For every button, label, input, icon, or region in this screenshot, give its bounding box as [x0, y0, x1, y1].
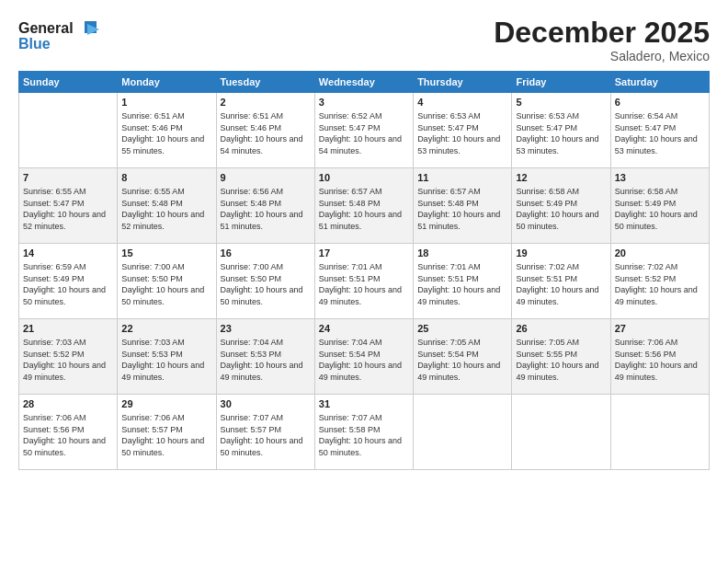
- day-info: Sunrise: 7:06 AMSunset: 5:57 PMDaylight:…: [121, 412, 211, 458]
- table-row: 3 Sunrise: 6:52 AMSunset: 5:47 PMDayligh…: [314, 93, 413, 168]
- day-info: Sunrise: 7:02 AMSunset: 5:52 PMDaylight:…: [615, 261, 705, 307]
- table-row: 26 Sunrise: 7:05 AMSunset: 5:55 PMDaylig…: [512, 319, 610, 395]
- day-info: Sunrise: 6:58 AMSunset: 5:49 PMDaylight:…: [615, 186, 705, 232]
- day-number: 12: [516, 171, 606, 185]
- subtitle: Saladero, Mexico: [494, 49, 710, 63]
- day-info: Sunrise: 7:07 AMSunset: 5:57 PMDaylight:…: [221, 412, 311, 458]
- calendar-table: Sunday Monday Tuesday Wednesday Thursday…: [18, 71, 710, 470]
- month-title: December 2025: [494, 17, 710, 49]
- day-number: 28: [23, 397, 113, 411]
- page: General Blue December 2025 Saladero, Mex…: [0, 0, 728, 563]
- day-number: 15: [121, 247, 211, 260]
- table-row: 5 Sunrise: 6:53 AMSunset: 5:47 PMDayligh…: [512, 93, 610, 168]
- day-info: Sunrise: 7:06 AMSunset: 5:56 PMDaylight:…: [615, 337, 705, 383]
- day-number: 26: [516, 322, 606, 336]
- calendar-week-row: 28 Sunrise: 7:06 AMSunset: 5:56 PMDaylig…: [19, 395, 710, 470]
- day-info: Sunrise: 7:01 AMSunset: 5:51 PMDaylight:…: [417, 261, 507, 307]
- day-number: 7: [23, 171, 113, 185]
- table-row: 2 Sunrise: 6:51 AMSunset: 5:46 PMDayligh…: [216, 93, 314, 168]
- day-info: Sunrise: 6:53 AMSunset: 5:47 PMDaylight:…: [516, 110, 606, 156]
- day-info: Sunrise: 7:00 AMSunset: 5:50 PMDaylight:…: [121, 261, 211, 307]
- table-row: 7 Sunrise: 6:55 AMSunset: 5:47 PMDayligh…: [19, 168, 118, 244]
- day-info: Sunrise: 7:07 AMSunset: 5:58 PMDaylight:…: [319, 412, 409, 458]
- calendar-header-row: Sunday Monday Tuesday Wednesday Thursday…: [19, 72, 710, 93]
- day-number: 1: [121, 96, 211, 109]
- calendar-week-row: 7 Sunrise: 6:55 AMSunset: 5:47 PMDayligh…: [19, 168, 710, 244]
- day-info: Sunrise: 7:03 AMSunset: 5:52 PMDaylight:…: [23, 337, 113, 383]
- day-number: 25: [417, 322, 507, 336]
- svg-text:General: General: [18, 20, 74, 36]
- day-info: Sunrise: 6:58 AMSunset: 5:49 PMDaylight:…: [516, 186, 606, 232]
- day-number: 11: [417, 171, 507, 185]
- col-sunday: Sunday: [19, 72, 118, 93]
- day-number: 5: [516, 96, 606, 109]
- day-number: 22: [121, 322, 211, 336]
- day-info: Sunrise: 7:05 AMSunset: 5:54 PMDaylight:…: [417, 337, 507, 383]
- logo-block: General Blue: [18, 17, 101, 57]
- day-info: Sunrise: 7:02 AMSunset: 5:51 PMDaylight:…: [516, 261, 606, 307]
- table-row: 23 Sunrise: 7:04 AMSunset: 5:53 PMDaylig…: [216, 319, 314, 395]
- calendar-week-row: 14 Sunrise: 6:59 AMSunset: 5:49 PMDaylig…: [19, 244, 710, 319]
- logo: General Blue: [18, 17, 101, 57]
- col-friday: Friday: [512, 72, 610, 93]
- col-thursday: Thursday: [414, 72, 512, 93]
- header: General Blue December 2025 Saladero, Mex…: [18, 17, 710, 63]
- table-row: 29 Sunrise: 7:06 AMSunset: 5:57 PMDaylig…: [118, 395, 216, 470]
- table-row: 22 Sunrise: 7:03 AMSunset: 5:53 PMDaylig…: [118, 319, 216, 395]
- day-info: Sunrise: 7:06 AMSunset: 5:56 PMDaylight:…: [23, 412, 113, 458]
- day-info: Sunrise: 6:55 AMSunset: 5:48 PMDaylight:…: [121, 186, 211, 232]
- day-number: 19: [516, 247, 606, 260]
- table-row: 25 Sunrise: 7:05 AMSunset: 5:54 PMDaylig…: [414, 319, 512, 395]
- day-info: Sunrise: 6:57 AMSunset: 5:48 PMDaylight:…: [417, 186, 507, 232]
- day-number: 17: [319, 247, 409, 260]
- day-number: 21: [23, 322, 113, 336]
- table-row: 21 Sunrise: 7:03 AMSunset: 5:52 PMDaylig…: [19, 319, 118, 395]
- day-info: Sunrise: 7:05 AMSunset: 5:55 PMDaylight:…: [516, 337, 606, 383]
- table-row: [512, 395, 610, 470]
- day-number: 4: [417, 96, 507, 109]
- day-info: Sunrise: 7:04 AMSunset: 5:53 PMDaylight:…: [221, 337, 311, 383]
- table-row: [414, 395, 512, 470]
- col-wednesday: Wednesday: [314, 72, 413, 93]
- calendar-week-row: 21 Sunrise: 7:03 AMSunset: 5:52 PMDaylig…: [19, 319, 710, 395]
- table-row: 4 Sunrise: 6:53 AMSunset: 5:47 PMDayligh…: [414, 93, 512, 168]
- day-info: Sunrise: 6:57 AMSunset: 5:48 PMDaylight:…: [319, 186, 409, 232]
- day-number: 18: [417, 247, 507, 260]
- table-row: 14 Sunrise: 6:59 AMSunset: 5:49 PMDaylig…: [19, 244, 118, 319]
- day-info: Sunrise: 7:04 AMSunset: 5:54 PMDaylight:…: [319, 337, 409, 383]
- day-info: Sunrise: 6:54 AMSunset: 5:47 PMDaylight:…: [615, 110, 705, 156]
- day-number: 27: [615, 322, 705, 336]
- table-row: 28 Sunrise: 7:06 AMSunset: 5:56 PMDaylig…: [19, 395, 118, 470]
- table-row: 9 Sunrise: 6:56 AMSunset: 5:48 PMDayligh…: [216, 168, 314, 244]
- col-tuesday: Tuesday: [216, 72, 314, 93]
- table-row: 15 Sunrise: 7:00 AMSunset: 5:50 PMDaylig…: [118, 244, 216, 319]
- day-info: Sunrise: 7:01 AMSunset: 5:51 PMDaylight:…: [319, 261, 409, 307]
- day-number: 3: [319, 96, 409, 109]
- col-saturday: Saturday: [610, 72, 709, 93]
- day-number: 13: [615, 171, 705, 185]
- day-number: 8: [121, 171, 211, 185]
- day-number: 10: [319, 171, 409, 185]
- table-row: 19 Sunrise: 7:02 AMSunset: 5:51 PMDaylig…: [512, 244, 610, 319]
- table-row: 8 Sunrise: 6:55 AMSunset: 5:48 PMDayligh…: [118, 168, 216, 244]
- day-number: 20: [615, 247, 705, 260]
- table-row: [610, 395, 709, 470]
- table-row: 13 Sunrise: 6:58 AMSunset: 5:49 PMDaylig…: [610, 168, 709, 244]
- day-info: Sunrise: 6:53 AMSunset: 5:47 PMDaylight:…: [417, 110, 507, 156]
- day-number: 6: [615, 96, 705, 109]
- day-info: Sunrise: 7:00 AMSunset: 5:50 PMDaylight:…: [221, 261, 311, 307]
- day-number: 16: [221, 247, 311, 260]
- table-row: 20 Sunrise: 7:02 AMSunset: 5:52 PMDaylig…: [610, 244, 709, 319]
- table-row: 18 Sunrise: 7:01 AMSunset: 5:51 PMDaylig…: [414, 244, 512, 319]
- day-number: 14: [23, 247, 113, 260]
- day-info: Sunrise: 6:56 AMSunset: 5:48 PMDaylight:…: [221, 186, 311, 232]
- table-row: 24 Sunrise: 7:04 AMSunset: 5:54 PMDaylig…: [314, 319, 413, 395]
- table-row: [19, 93, 118, 168]
- table-row: 12 Sunrise: 6:58 AMSunset: 5:49 PMDaylig…: [512, 168, 610, 244]
- day-info: Sunrise: 7:03 AMSunset: 5:53 PMDaylight:…: [121, 337, 211, 383]
- day-number: 30: [221, 397, 311, 411]
- table-row: 30 Sunrise: 7:07 AMSunset: 5:57 PMDaylig…: [216, 395, 314, 470]
- table-row: 27 Sunrise: 7:06 AMSunset: 5:56 PMDaylig…: [610, 319, 709, 395]
- table-row: 10 Sunrise: 6:57 AMSunset: 5:48 PMDaylig…: [314, 168, 413, 244]
- title-block: December 2025 Saladero, Mexico: [494, 17, 710, 63]
